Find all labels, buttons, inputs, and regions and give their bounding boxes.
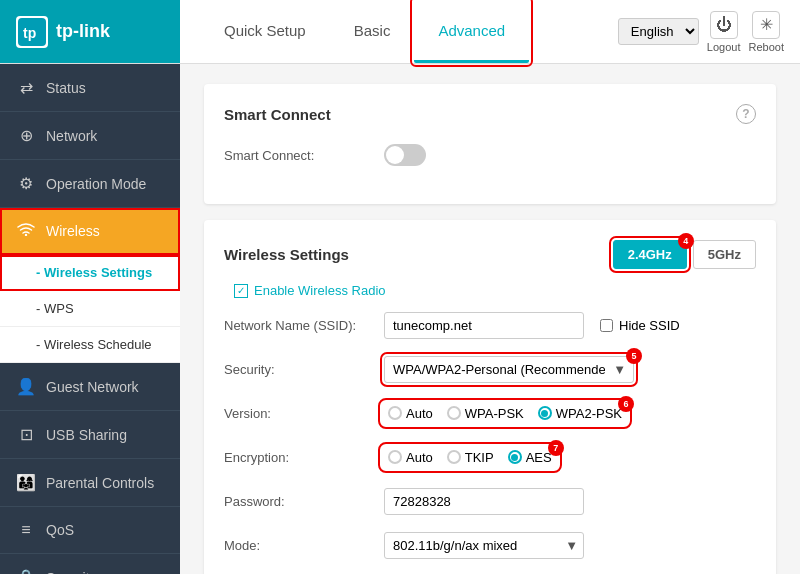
mode-label: Mode: bbox=[224, 538, 384, 553]
version-wpa2-psk[interactable]: WPA2-PSK bbox=[538, 406, 622, 421]
sidebar-item-guest-network[interactable]: 👤 Guest Network bbox=[0, 363, 180, 411]
logo-icon: tp bbox=[16, 16, 48, 48]
sidebar-sub-wireless-schedule[interactable]: - Wireless Schedule bbox=[0, 327, 180, 363]
wireless-settings-label: - Wireless Settings bbox=[36, 265, 152, 280]
sidebar-sub-wireless: - Wireless Settings - WPS - Wireless Sch… bbox=[0, 255, 180, 363]
security-select[interactable]: WPA/WPA2-Personal (Recommended) bbox=[384, 356, 634, 383]
logo-text: tp-link bbox=[56, 21, 110, 42]
wireless-icon bbox=[16, 222, 36, 240]
tab-2.4ghz[interactable]: 2.4GHz 4 bbox=[613, 240, 687, 269]
nav-links: Quick Setup Basic Advanced bbox=[180, 0, 618, 63]
content-area: Smart Connect ? Smart Connect: Wireless … bbox=[180, 64, 800, 574]
version-label: Version: bbox=[224, 406, 384, 421]
encryption-tkip[interactable]: TKIP bbox=[447, 450, 494, 465]
sidebar-label-network: Network bbox=[46, 128, 97, 144]
language-select[interactable]: English bbox=[618, 18, 699, 45]
hide-ssid-checkbox[interactable] bbox=[600, 319, 613, 332]
encryption-auto[interactable]: Auto bbox=[388, 450, 433, 465]
security-icon: 🔒 bbox=[16, 568, 36, 574]
badge-5: 5 bbox=[626, 348, 642, 364]
hide-ssid-label: Hide SSID bbox=[619, 318, 680, 333]
main-layout: ⇄ Status ⊕ Network ⚙ Operation Mode Wire… bbox=[0, 64, 800, 574]
sidebar-item-security[interactable]: 🔒 Security bbox=[0, 554, 180, 574]
sidebar-item-network[interactable]: ⊕ Network bbox=[0, 112, 180, 160]
smart-connect-label: Smart Connect: bbox=[224, 148, 384, 163]
nav-advanced[interactable]: Advanced bbox=[414, 0, 529, 63]
sidebar-item-status[interactable]: ⇄ Status bbox=[0, 64, 180, 112]
toggle-knob bbox=[386, 146, 404, 164]
ssid-input[interactable] bbox=[384, 312, 584, 339]
password-input[interactable] bbox=[384, 488, 584, 515]
nav-quick-setup[interactable]: Quick Setup bbox=[200, 0, 330, 63]
wireless-settings-card: Wireless Settings 2.4GHz 4 5GHz ✓ Enable… bbox=[204, 220, 776, 574]
smart-connect-title: Smart Connect ? bbox=[224, 104, 756, 124]
sidebar-sub-wps[interactable]: - WPS bbox=[0, 291, 180, 327]
version-auto[interactable]: Auto bbox=[388, 406, 433, 421]
wireless-settings-title: Wireless Settings 2.4GHz 4 5GHz bbox=[224, 240, 756, 269]
help-icon[interactable]: ? bbox=[736, 104, 756, 124]
sidebar-label-status: Status bbox=[46, 80, 86, 96]
enable-wireless-label: Enable Wireless Radio bbox=[254, 283, 386, 298]
parental-controls-icon: 👨‍👩‍👧 bbox=[16, 473, 36, 492]
smart-connect-toggle[interactable] bbox=[384, 144, 426, 166]
sidebar-item-wireless[interactable]: Wireless bbox=[0, 208, 180, 255]
enable-wireless-radio-row: ✓ Enable Wireless Radio bbox=[224, 283, 756, 298]
sidebar-label-usb-sharing: USB Sharing bbox=[46, 427, 127, 443]
svg-text:tp: tp bbox=[23, 25, 36, 41]
wireless-schedule-label: - Wireless Schedule bbox=[36, 337, 152, 352]
version-wpa-psk[interactable]: WPA-PSK bbox=[447, 406, 524, 421]
sidebar-label-wireless: Wireless bbox=[46, 223, 100, 239]
encryption-label: Encryption: bbox=[224, 450, 384, 465]
mode-select-wrapper: 802.11b/g/n/ax mixed ▼ bbox=[384, 532, 584, 559]
logout-icon: ⏻ bbox=[710, 11, 738, 39]
security-label: Security: bbox=[224, 362, 384, 377]
encryption-row: Encryption: Auto TKIP AES bbox=[224, 442, 756, 472]
sidebar-item-operation-mode[interactable]: ⚙ Operation Mode bbox=[0, 160, 180, 208]
encryption-tkip-radio bbox=[447, 450, 461, 464]
guest-network-icon: 👤 bbox=[16, 377, 36, 396]
badge-4: 4 bbox=[678, 233, 694, 249]
usb-sharing-icon: ⊡ bbox=[16, 425, 36, 444]
logout-button[interactable]: ⏻ Logout bbox=[707, 11, 741, 53]
version-wpa2psk-radio bbox=[538, 406, 552, 420]
password-label: Password: bbox=[224, 494, 384, 509]
version-radio-group-inner: Auto WPA-PSK WPA2-PSK bbox=[384, 404, 626, 423]
tab-5ghz[interactable]: 5GHz bbox=[693, 240, 756, 269]
logo-area: tp tp-link bbox=[0, 0, 180, 63]
hide-ssid-row: Hide SSID bbox=[600, 318, 680, 333]
top-nav: tp tp-link Quick Setup Basic Advanced En… bbox=[0, 0, 800, 64]
sidebar-item-qos[interactable]: ≡ QoS bbox=[0, 507, 180, 554]
sidebar-label-qos: QoS bbox=[46, 522, 74, 538]
badge-7: 7 bbox=[548, 440, 564, 456]
nav-right: English ⏻ Logout ✳ Reboot bbox=[618, 11, 800, 53]
sidebar-label-parental-controls: Parental Controls bbox=[46, 475, 154, 491]
encryption-aes[interactable]: AES bbox=[508, 450, 552, 465]
version-wpapsk-radio bbox=[447, 406, 461, 420]
wps-label: - WPS bbox=[36, 301, 74, 316]
sidebar-label-guest-network: Guest Network bbox=[46, 379, 139, 395]
sidebar-label-operation-mode: Operation Mode bbox=[46, 176, 146, 192]
mode-row: Mode: 802.11b/g/n/ax mixed ▼ bbox=[224, 530, 756, 560]
smart-connect-row: Smart Connect: bbox=[224, 140, 756, 170]
password-row: Password: bbox=[224, 486, 756, 516]
status-icon: ⇄ bbox=[16, 78, 36, 97]
sidebar-item-usb-sharing[interactable]: ⊡ USB Sharing bbox=[0, 411, 180, 459]
version-radio-group: Auto WPA-PSK WPA2-PSK 6 bbox=[384, 404, 626, 423]
encryption-radio-group-inner: Auto TKIP AES bbox=[384, 448, 556, 467]
encryption-aes-radio bbox=[508, 450, 522, 464]
nav-basic[interactable]: Basic bbox=[330, 0, 415, 63]
svg-point-2 bbox=[25, 234, 27, 236]
security-select-wrapper: WPA/WPA2-Personal (Recommended) ▼ 5 bbox=[384, 356, 634, 383]
sidebar-item-parental-controls[interactable]: 👨‍👩‍👧 Parental Controls bbox=[0, 459, 180, 507]
version-row: Version: Auto WPA-PSK WPA2-P bbox=[224, 398, 756, 428]
badge-6: 6 bbox=[618, 396, 634, 412]
ssid-label: Network Name (SSID): bbox=[224, 318, 384, 333]
smart-connect-card: Smart Connect ? Smart Connect: bbox=[204, 84, 776, 204]
enable-wireless-checkbox[interactable]: ✓ bbox=[234, 284, 248, 298]
encryption-auto-radio bbox=[388, 450, 402, 464]
mode-select[interactable]: 802.11b/g/n/ax mixed bbox=[384, 532, 584, 559]
qos-icon: ≡ bbox=[16, 521, 36, 539]
sidebar-sub-wireless-settings[interactable]: - Wireless Settings bbox=[0, 255, 180, 291]
reboot-button[interactable]: ✳ Reboot bbox=[749, 11, 784, 53]
sidebar: ⇄ Status ⊕ Network ⚙ Operation Mode Wire… bbox=[0, 64, 180, 574]
